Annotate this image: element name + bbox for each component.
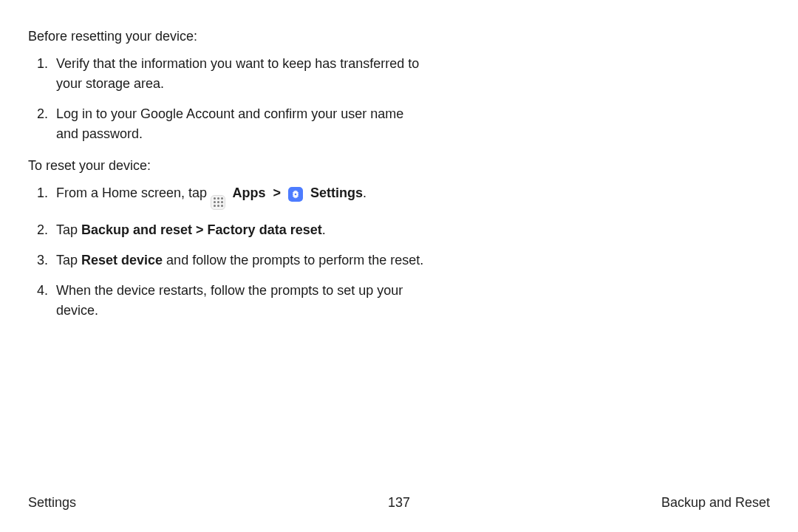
page-number: 137 [28, 493, 770, 513]
reset-steps-list: From a Home screen, tap Apps > [28, 183, 427, 321]
page: Before resetting your device: Verify tha… [0, 0, 798, 532]
apps-label: Apps [229, 185, 265, 200]
list-item: Tap Backup and reset > Factory data rese… [52, 220, 427, 240]
content-column: Before resetting your device: Verify tha… [28, 27, 427, 321]
svg-point-1 [295, 194, 297, 196]
step-text: From a Home screen, tap [56, 185, 211, 200]
step-text: . [322, 222, 326, 237]
settings-icon [288, 187, 303, 202]
list-item: From a Home screen, tap Apps > [52, 183, 427, 210]
factory-data-reset-label: Factory data reset [208, 222, 322, 237]
before-reset-list: Verify that the information you want to … [28, 54, 427, 144]
footer-section-label: Settings [28, 493, 76, 513]
chevron-right-icon: > [192, 222, 208, 237]
backup-and-reset-label: Backup and reset [81, 222, 192, 237]
apps-icon [211, 195, 225, 210]
list-item: Log in to your Google Account and confir… [52, 104, 427, 144]
step-text: . [363, 185, 366, 200]
settings-label: Settings [307, 185, 363, 200]
list-item: When the device restarts, follow the pro… [52, 281, 427, 321]
footer-topic-label: Backup and Reset [661, 493, 770, 513]
step-text: and follow the prompts to perform the re… [163, 253, 423, 267]
apps-grid-dots [214, 197, 223, 207]
list-item: Tap Reset device and follow the prompts … [52, 250, 427, 270]
step-text: Tap [56, 253, 81, 267]
page-footer: Settings 137 Backup and Reset [28, 493, 770, 513]
before-reset-heading: Before resetting your device: [28, 27, 427, 47]
list-item: Verify that the information you want to … [52, 54, 427, 94]
chevron-right-icon: > [269, 185, 284, 200]
to-reset-heading: To reset your device: [28, 156, 427, 176]
reset-device-label: Reset device [81, 253, 163, 267]
step-text: Tap [56, 222, 81, 237]
